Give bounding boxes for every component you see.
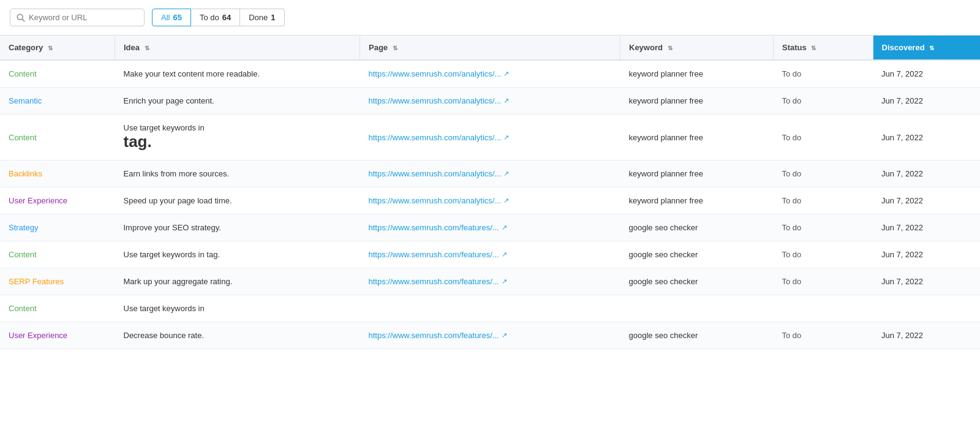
cell-discovered: Jun 7, 2022 <box>873 60 980 88</box>
page-link[interactable]: https://www.semrush.com/analytics/... ↗ <box>369 96 612 105</box>
cell-discovered: Jun 7, 2022 <box>873 214 980 241</box>
col-header-discovered[interactable]: Discovered ⇅ <box>873 36 980 60</box>
discovered-date: Jun 7, 2022 <box>881 223 923 232</box>
category-label[interactable]: Content <box>9 250 37 259</box>
category-label[interactable]: Backlinks <box>9 169 42 178</box>
cell-idea: Decrease bounce rate. <box>115 322 360 349</box>
filter-tab-todo[interactable]: To do 64 <box>191 9 240 26</box>
discovered-date: Jun 7, 2022 <box>881 133 923 142</box>
discovered-date: Jun 7, 2022 <box>881 331 923 340</box>
sort-icon-idea: ⇅ <box>145 45 149 51</box>
col-header-page[interactable]: Page ⇅ <box>360 36 620 60</box>
filter-tab-todo-count: 64 <box>222 13 231 22</box>
cell-page: https://www.semrush.com/analytics/... ↗ <box>360 88 620 115</box>
idea-text: Make your text content more readable. <box>124 69 260 78</box>
cell-idea: Use target keywords in tag.</span> </td>… <box>115 295 360 322</box>
page-link[interactable]: https://www.semrush.com/analytics/... ↗ <box>369 133 612 142</box>
page-link[interactable]: https://www.semrush.com/analytics/... ↗ <box>369 169 612 178</box>
keyword-text: keyword planner free <box>629 196 703 205</box>
filter-tabs: All 65 To do 64 Done 1 <box>152 9 285 26</box>
cell-page: https://www.semrush.com/analytics/... ↗ <box>360 115 620 160</box>
cell-idea: Earn links from more sources. <box>115 160 360 187</box>
category-label[interactable]: User Experience <box>9 196 67 205</box>
cell-keyword: google seo checker <box>620 241 774 268</box>
category-label[interactable]: Content <box>9 304 37 313</box>
toolbar: All 65 To do 64 Done 1 <box>0 0 980 36</box>
cell-idea: Speed up your page load time. <box>115 187 360 214</box>
sort-icon-status: ⇅ <box>811 45 816 51</box>
cell-idea: Enrich your page content. <box>115 88 360 115</box>
category-label[interactable]: User Experience <box>9 331 67 340</box>
filter-tab-all[interactable]: All 65 <box>152 9 191 26</box>
status-text: To do <box>782 169 802 178</box>
cell-status: To do <box>774 88 873 115</box>
page-link[interactable]: https://www.semrush.com/features/... ↗ <box>369 250 612 259</box>
cell-category: Backlinks <box>0 160 115 187</box>
cell-discovered: Jun 7, 2022 <box>873 160 980 187</box>
external-link-icon: ↗ <box>503 97 509 105</box>
col-header-keyword[interactable]: Keyword ⇅ <box>620 36 774 60</box>
cell-keyword: keyword planner free <box>620 88 774 115</box>
cell-idea: Use target keywords in tag. <box>115 241 360 268</box>
status-text: To do <box>782 277 802 286</box>
cell-keyword: keyword planner free <box>620 115 774 160</box>
category-label[interactable]: Content <box>9 133 37 142</box>
table-row: User Experience Decrease bounce rate. ht… <box>0 322 980 349</box>
idea-text: Use target keywords in tag. <box>124 250 221 259</box>
table-row: Content Use target keywords in tag. http… <box>0 115 980 160</box>
cell-discovered: Jun 7, 2022 <box>873 241 980 268</box>
col-header-idea[interactable]: Idea ⇅ <box>115 36 360 60</box>
page-link[interactable]: https://www.semrush.com/features/... ↗ <box>369 223 612 232</box>
sort-icon-discovered: ⇅ <box>929 45 934 51</box>
page-link[interactable]: https://www.semrush.com/analytics/... ↗ <box>369 69 612 78</box>
status-text: To do <box>782 69 802 78</box>
search-wrapper <box>10 9 145 26</box>
filter-tab-all-label: All <box>161 13 170 22</box>
external-link-icon: ↗ <box>503 70 509 78</box>
category-label[interactable]: Semantic <box>9 96 42 105</box>
cell-status: To do <box>774 115 873 160</box>
keyword-text: keyword planner free <box>629 169 703 178</box>
filter-tab-all-count: 65 <box>173 13 181 22</box>
cell-keyword: keyword planner free <box>620 60 774 88</box>
cell-status: To do <box>774 268 873 295</box>
idea-text: Earn links from more sources. <box>124 169 230 178</box>
idea-text: Use target keywords in tag.</span> </td>… <box>124 304 205 313</box>
discovered-date: Jun 7, 2022 <box>881 169 923 178</box>
status-text: To do <box>782 250 802 259</box>
status-text: To do <box>782 196 802 205</box>
cell-page: https://www.semrush.com/features/... ↗ <box>360 214 620 241</box>
keyword-text: google seo checker <box>629 250 698 259</box>
category-label[interactable]: SERP Features <box>9 277 64 286</box>
cell-discovered: Jun 7, 2022 <box>873 187 980 214</box>
cell-category: SERP Features <box>0 268 115 295</box>
cell-keyword: google seo checker <box>620 322 774 349</box>
col-header-status[interactable]: Status ⇅ <box>774 36 873 60</box>
table-row: Content Make your text content more read… <box>0 60 980 88</box>
cell-status: To do <box>774 214 873 241</box>
category-label[interactable]: Strategy <box>9 223 38 232</box>
cell-category: Content <box>0 295 115 322</box>
sort-icon-category: ⇅ <box>48 45 53 51</box>
filter-tab-done[interactable]: Done 1 <box>240 9 284 26</box>
cell-category: Content <box>0 241 115 268</box>
page-link[interactable]: https://www.semrush.com/analytics/... ↗ <box>369 196 612 205</box>
cell-page: https://www.semrush.com/analytics/... ↗ <box>360 187 620 214</box>
category-label[interactable]: Content <box>9 69 37 78</box>
search-input[interactable] <box>29 13 138 22</box>
table-row: Content Use target keywords in tag.</spa… <box>0 295 980 322</box>
cell-idea: Use target keywords in tag. <box>115 115 360 160</box>
filter-tab-done-count: 1 <box>271 13 275 22</box>
page-link[interactable]: https://www.semrush.com/features/... ↗ <box>369 277 612 286</box>
external-link-icon: ↗ <box>502 251 507 258</box>
external-link-icon: ↗ <box>503 197 509 205</box>
filter-tab-todo-label: To do <box>200 13 219 22</box>
col-header-category[interactable]: Category ⇅ <box>0 36 115 60</box>
discovered-date: Jun 7, 2022 <box>881 196 923 205</box>
external-link-icon: ↗ <box>503 170 509 178</box>
keyword-text: google seo checker <box>629 223 698 232</box>
external-link-icon: ↗ <box>502 224 507 232</box>
table-row: SERP Features Mark up your aggregate rat… <box>0 268 980 295</box>
page-link[interactable]: https://www.semrush.com/features/... ↗ <box>369 331 612 340</box>
cell-category: Semantic <box>0 88 115 115</box>
